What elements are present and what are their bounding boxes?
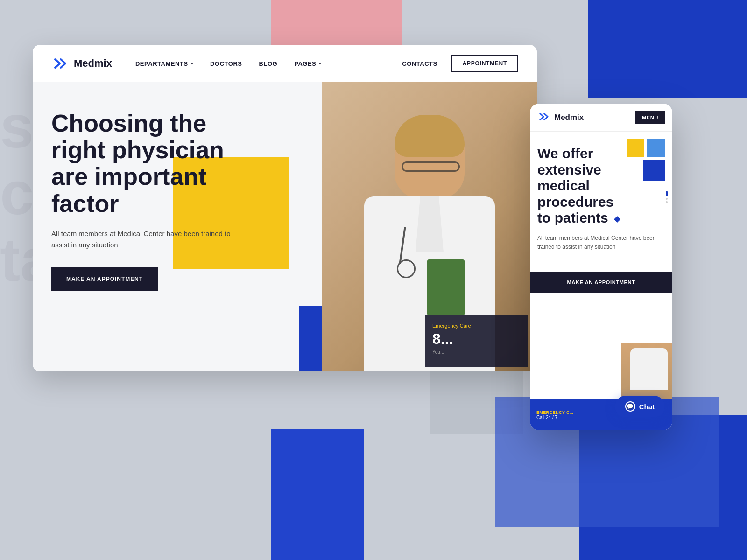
info-card-number: 8... bbox=[432, 330, 520, 348]
contacts-link[interactable]: CONTACTS bbox=[402, 60, 437, 67]
mobile-navbar: Medmix MENU bbox=[530, 104, 672, 132]
mobile-cta-button[interactable]: MAKE AN APPOINTMENT bbox=[530, 272, 672, 293]
desktop-nav-right: CONTACTS APPOINTMENT bbox=[402, 55, 518, 72]
desktop-hero-content: Choosing the right physician are importa… bbox=[51, 110, 247, 291]
pages-chevron-icon: ▾ bbox=[319, 61, 322, 66]
info-card-label: Emergency Care bbox=[432, 323, 520, 329]
mobile-doctor-partial bbox=[621, 343, 672, 399]
desktop-nav-links: DEPARTAMENTS ▾ DOCTORS BLOG PAGES ▾ bbox=[135, 60, 402, 67]
scroll-dot-2 bbox=[666, 201, 668, 203]
mobile-squares-decoration bbox=[627, 139, 665, 181]
mobile-mockup: Medmix MENU We offer extensive medical p… bbox=[530, 104, 672, 430]
desktop-logo-text: Medmix bbox=[74, 57, 112, 70]
desktop-cta-button[interactable]: MAKE AN APPOINTMENT bbox=[51, 267, 158, 291]
mobile-hero-subtitle: All team members at Medical Center have … bbox=[537, 234, 665, 252]
scroll-dot-active bbox=[666, 191, 668, 196]
chat-icon: 💬 bbox=[625, 401, 635, 412]
mobile-logo-icon bbox=[537, 110, 550, 125]
diamond-icon bbox=[614, 216, 620, 223]
bg-blue-left-rect bbox=[271, 429, 364, 560]
nav-blog[interactable]: BLOG bbox=[259, 60, 278, 67]
logo-icon bbox=[51, 55, 69, 72]
info-card-sub: You... bbox=[432, 350, 520, 355]
mobile-logo-text: Medmix bbox=[554, 113, 584, 122]
desktop-hero-title: Choosing the right physician are importa… bbox=[51, 110, 247, 217]
desktop-navbar: Medmix DEPARTAMENTS ▾ DOCTORS BLOG PAGES… bbox=[33, 45, 537, 82]
mobile-doctor-figure bbox=[621, 343, 672, 399]
appointment-button[interactable]: APPOINTMENT bbox=[451, 55, 518, 72]
yellow-square-mobile bbox=[627, 139, 644, 157]
scroll-dot-1 bbox=[666, 198, 668, 200]
desktop-hero-subtitle: All team members at Medical Center have … bbox=[51, 228, 247, 251]
mobile-hero-section: We offer extensive medical procedures to… bbox=[530, 132, 672, 263]
blue-light-square-mobile bbox=[647, 139, 665, 157]
nav-doctors[interactable]: DOCTORS bbox=[210, 60, 242, 67]
chat-button[interactable]: 💬 Chat bbox=[615, 396, 665, 417]
chat-label: Chat bbox=[639, 403, 655, 411]
nav-pages[interactable]: PAGES ▾ bbox=[294, 60, 322, 67]
mobile-logo[interactable]: Medmix bbox=[537, 110, 584, 125]
nav-departaments[interactable]: DEPARTAMENTS ▾ bbox=[135, 60, 193, 67]
departaments-chevron-icon: ▾ bbox=[191, 61, 194, 66]
desktop-logo[interactable]: Medmix bbox=[51, 55, 112, 72]
desktop-info-card: Emergency Care 8... You... bbox=[425, 315, 528, 367]
scroll-indicator bbox=[666, 191, 668, 203]
blue-dark-square-mobile bbox=[643, 160, 665, 181]
desktop-hero: Choosing the right physician are importa… bbox=[33, 82, 537, 371]
desktop-mockup: Medmix DEPARTAMENTS ▾ DOCTORS BLOG PAGES… bbox=[33, 45, 537, 371]
mobile-menu-button[interactable]: MENU bbox=[635, 111, 665, 124]
bg-blue-top-rect bbox=[588, 0, 747, 98]
